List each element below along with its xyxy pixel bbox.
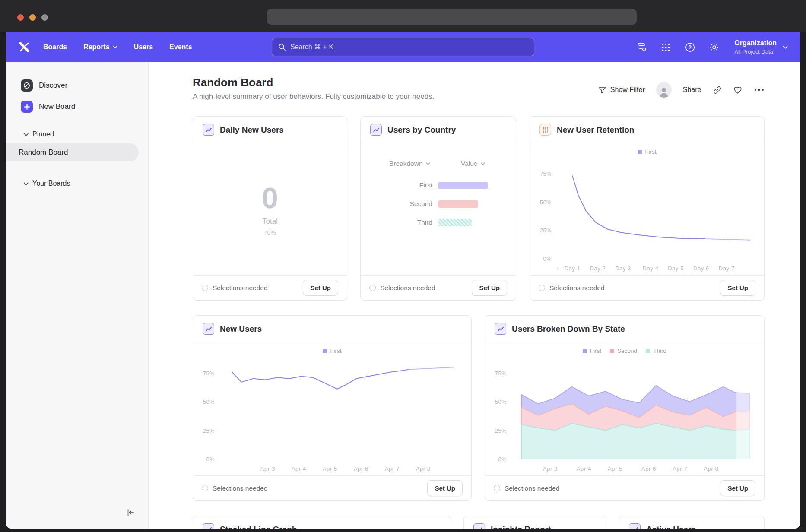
metric-delta: ↑0% <box>264 229 276 236</box>
sidebar-item-random-board[interactable]: Random Board <box>6 143 139 162</box>
apps-grid-icon[interactable] <box>660 41 671 53</box>
address-bar[interactable] <box>267 9 637 25</box>
scroll-back-chevron[interactable]: ‹ <box>557 265 559 272</box>
chevron-down-icon <box>481 162 485 165</box>
maximize-window-button[interactable] <box>41 14 48 21</box>
radio-circle-icon <box>369 285 376 291</box>
x-axis: Apr 3 Apr 4 Apr 5 Apr 6 Apr 7 Apr 8 <box>512 462 752 472</box>
data-management-icon[interactable] <box>636 41 647 53</box>
card-title[interactable]: Stacked Line Graph <box>220 525 297 529</box>
legend-swatch <box>610 349 614 353</box>
avatar[interactable] <box>656 82 672 98</box>
card-title[interactable]: New Users <box>220 324 262 334</box>
retention-line-projection <box>705 239 750 240</box>
breakdown-label: Breakdown <box>389 160 423 168</box>
selections-needed-text: Selections needed <box>380 284 435 292</box>
set-up-button[interactable]: Set Up <box>303 280 338 296</box>
metric-value: 0 <box>262 183 278 213</box>
retention-grid-icon <box>539 124 551 136</box>
favorite-button[interactable] <box>733 86 743 95</box>
nav-item-events[interactable]: Events <box>169 43 192 51</box>
settings-gear-icon[interactable] <box>708 41 720 53</box>
bar-label: Third <box>372 218 432 226</box>
sidebar-item-discover[interactable]: Discover <box>6 76 139 95</box>
help-icon[interactable]: ? <box>684 41 695 53</box>
share-button[interactable]: Share <box>683 86 701 94</box>
card-title[interactable]: Active Users <box>646 525 696 529</box>
card-title[interactable]: Users Broken Down By State <box>512 324 625 334</box>
legend-label: First <box>645 149 656 155</box>
projection-overlay <box>736 361 752 459</box>
legend-item: First <box>323 348 341 354</box>
chevron-down-icon <box>24 182 29 186</box>
x-axis: ‹ Day 1 Day 2 Day 3 Day 4 Day 5 Day 6 Da… <box>557 262 752 272</box>
mixpanel-logo-icon[interactable] <box>18 41 30 53</box>
card-header: Active Users <box>619 516 764 529</box>
org-switcher[interactable]: Organization All Project Data <box>734 39 788 55</box>
search-input[interactable] <box>290 43 528 51</box>
card-header: Insights Report <box>464 516 606 529</box>
nav-item-boards[interactable]: Boards <box>43 43 67 51</box>
legend-item: First <box>638 149 656 155</box>
copy-link-button[interactable] <box>713 86 722 95</box>
show-filter-label: Show Filter <box>610 86 645 94</box>
legend-swatch <box>638 150 642 154</box>
show-filter-button[interactable]: Show Filter <box>598 86 645 94</box>
sidebar-item-label: New Board <box>39 102 75 111</box>
card-footer: Selections needed Set Up <box>193 275 347 300</box>
bar-first[interactable] <box>438 182 488 189</box>
new-board-plus-icon <box>21 101 33 113</box>
search-bar[interactable] <box>272 38 534 56</box>
insights-chart-icon <box>629 523 641 529</box>
selections-needed-text: Selections needed <box>213 284 268 292</box>
bar-second[interactable] <box>438 200 478 208</box>
bar-row: Second <box>372 200 505 208</box>
close-window-button[interactable] <box>17 14 24 21</box>
page-title: Random Board <box>193 76 273 89</box>
sidebar-item-label: Random Board <box>19 148 68 157</box>
minimize-window-button[interactable] <box>29 14 36 21</box>
more-options-icon[interactable] <box>754 86 765 94</box>
set-up-button[interactable]: Set Up <box>720 480 755 496</box>
nav-item-reports[interactable]: Reports <box>83 43 117 51</box>
breakdown-dropdown[interactable]: Breakdown <box>389 160 430 168</box>
chevron-down-icon <box>113 45 117 49</box>
card-body: Breakdown Value First <box>361 143 516 275</box>
card-title[interactable]: Insights Report <box>491 525 551 529</box>
card-footer: Selections needed Set Up <box>193 475 471 500</box>
bar-label: Second <box>372 200 432 208</box>
set-up-button[interactable]: Set Up <box>427 480 463 496</box>
section-label: Your Boards <box>32 180 70 187</box>
card-footer: Selections needed Set Up <box>361 275 516 300</box>
y-axis: 75% 50% 25% 0% <box>534 162 553 259</box>
discover-icon <box>21 79 33 92</box>
set-up-button[interactable]: Set Up <box>472 280 507 296</box>
traffic-lights <box>17 14 48 21</box>
sidebar-item-new-board[interactable]: New Board <box>6 97 139 116</box>
card-title[interactable]: Daily New Users <box>220 125 284 135</box>
card-header: New User Retention <box>530 117 764 143</box>
top-navbar: Boards Reports Users Events <box>6 32 800 62</box>
collapse-sidebar-icon[interactable] <box>124 506 137 519</box>
legend-label: Second <box>617 348 637 354</box>
sidebar-section-your-boards[interactable]: Your Boards <box>24 177 70 190</box>
legend-swatch <box>323 349 327 353</box>
legend-label: First <box>330 348 341 354</box>
plot-area <box>512 361 752 459</box>
link-icon <box>713 86 722 95</box>
value-dropdown[interactable]: Value <box>461 160 485 168</box>
nav-item-users[interactable]: Users <box>134 43 153 51</box>
card-title[interactable]: New User Retention <box>557 125 634 135</box>
bar-third[interactable] <box>438 219 472 226</box>
legend-label: Third <box>653 348 666 354</box>
legend-swatch <box>646 349 650 353</box>
chart-legend: First <box>193 348 471 354</box>
heart-icon <box>733 86 743 95</box>
y-axis: 75% 50% 25% 0% <box>489 361 508 459</box>
card-header: New Users <box>193 316 471 342</box>
card-body: 0 Total ↑0% <box>193 143 347 275</box>
card-header: Daily New Users <box>193 117 347 143</box>
sidebar-section-pinned[interactable]: Pinned <box>24 128 54 141</box>
set-up-button[interactable]: Set Up <box>720 280 755 296</box>
card-title[interactable]: Users by Country <box>387 125 456 135</box>
